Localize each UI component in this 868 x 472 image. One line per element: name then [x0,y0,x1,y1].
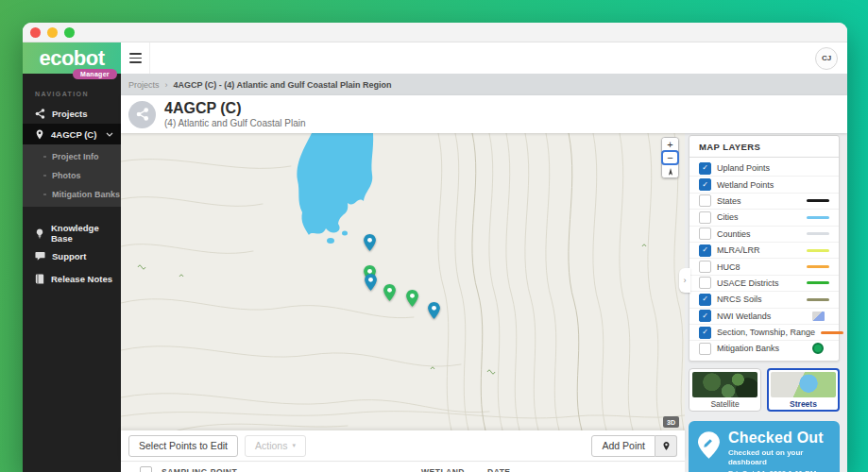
sidebar-item-active-project[interactable]: 4AGCP (C) [23,124,121,144]
map-layers-title: MAP LAYERS [689,136,839,158]
3d-toggle-button[interactable]: 3D [663,416,679,428]
wetland-point-marker[interactable] [364,234,376,255]
sidebar-item-photos[interactable]: Photos [23,166,121,185]
layer-checkbox[interactable] [699,228,711,240]
checked-out-panel: Checked Out Checked out on your dashboar… [689,421,840,472]
sidebar-item-label: 4AGCP (C) [51,129,96,140]
layer-swatch-line [807,281,829,284]
breadcrumb-separator: › [165,80,168,90]
select-all-checkbox[interactable] [140,466,152,472]
sidebar-item-label: Projects [52,109,88,119]
layer-row: Counties [689,226,839,242]
layer-label: States [717,196,801,206]
app-window: ecobot Manager NAVIGATION Projects 4AGCP… [23,23,847,472]
share-nodes-icon [35,109,45,119]
page-subtitle: (4) Atlantic and Gulf Coastal Plain [164,118,306,128]
sidebar-item-release-notes[interactable]: Release Notes [23,267,121,290]
layer-checkbox[interactable] [699,294,711,306]
map-layers-card: MAP LAYERS Upland PointsWetland PointsSt… [689,135,840,362]
zoom-out-button[interactable]: − [662,151,678,164]
layer-swatch-line [807,265,829,268]
user-avatar[interactable]: CJ [815,47,838,70]
layer-checkbox[interactable] [699,162,711,175]
compass-button[interactable] [662,164,678,177]
minimize-button[interactable] [47,27,58,38]
basemap-label: Satellite [692,397,757,409]
page-header: 4AGCP (C) (4) Atlantic and Gulf Coastal … [121,95,847,133]
layer-label: Cities [717,212,801,222]
button-label: Select Points to Edit [139,440,228,451]
panel-collapse-handle[interactable]: › [679,268,690,293]
basemap-label: Streets [771,397,836,409]
points-toolbar: Select Points to Edit Actions ▾ Add Poin… [121,430,685,461]
upland-point-marker[interactable] [406,290,418,311]
select-points-button[interactable]: Select Points to Edit [128,435,238,457]
layer-label: Wetland Points [717,180,824,190]
bullet-icon [43,194,46,195]
checked-out-pin-icon [698,430,720,461]
layer-row: MLRA/LRR [689,242,839,258]
layer-checkbox[interactable] [699,310,711,322]
basemap-streets[interactable]: Streets [767,368,840,412]
logo-text: ecobot [39,48,104,69]
menu-button[interactable] [121,42,150,74]
actions-dropdown-button[interactable]: Actions ▾ [245,435,306,457]
breadcrumb-projects-link[interactable]: Projects [128,80,160,90]
layer-row: USACE Districts [689,275,839,291]
book-icon [35,274,44,284]
column-header: DATE [487,467,511,472]
lightbulb-icon [35,228,44,239]
project-avatar [128,101,156,128]
share-nodes-icon [136,108,149,121]
map-canvas[interactable]: + − 3D [121,133,685,430]
project-submenu: Project Info Photos Mitigation Banks [23,144,121,207]
topbar: CJ [121,42,847,74]
layer-label: USACE Districts [717,278,801,288]
upland-point-marker[interactable] [383,284,396,305]
column-header: SAMPLING POINT [162,467,237,472]
layer-checkbox[interactable] [699,343,711,355]
sidebar-item-knowledge-base[interactable]: Knowledge Base [23,222,121,244]
nav-section-label: NAVIGATION [35,91,121,97]
layer-checkbox[interactable] [699,194,711,207]
layer-checkbox[interactable] [699,327,711,339]
sidebar-item-label: Project Info [52,152,99,161]
sidebar-item-label: Mitigation Banks [52,190,120,199]
layer-swatch-line [807,232,829,235]
wetland-point-marker[interactable] [428,302,440,323]
layer-checkbox[interactable] [699,178,711,191]
sidebar-item-projects[interactable]: Projects [23,103,121,124]
column-header: WETLAND [421,467,465,472]
satellite-thumbnail [692,372,757,397]
sidebar-item-label: Support [52,251,86,261]
layer-label: MLRA/LRR [717,245,801,255]
sidebar-item-label: Release Notes [51,274,112,284]
basemap-satellite[interactable]: Satellite [689,368,761,412]
streets-thumbnail [771,372,836,397]
layer-row: States [689,193,839,209]
layer-checkbox[interactable] [699,277,711,289]
maximize-button[interactable] [64,27,75,38]
layer-label: HUC8 [717,262,801,272]
sidebar-item-support[interactable]: Support [23,244,121,267]
layer-row: Wetland Points [689,176,839,192]
layer-swatch-dot [812,343,824,354]
layer-label: NWI Wetlands [717,312,807,321]
close-button[interactable] [30,27,41,38]
drop-pin-button[interactable] [655,435,677,457]
add-point-button[interactable]: Add Point [591,435,655,457]
sidebar-item-mitigation-banks[interactable]: Mitigation Banks [23,185,121,204]
wetland-point-marker[interactable] [365,274,377,295]
add-point-group: Add Point [591,435,677,457]
window-titlebar [23,23,847,42]
map-pin-icon [662,441,671,451]
layer-checkbox[interactable] [699,244,711,257]
sidebar-item-project-info[interactable]: Project Info [23,147,121,166]
layer-label: Section, Township, Range [717,328,815,337]
breadcrumb: Projects › 4AGCP (C) - (4) Atlantic and … [121,74,847,95]
layer-checkbox[interactable] [699,211,711,224]
zoom-in-button[interactable]: + [662,138,678,151]
manager-badge: Manager [73,69,117,79]
layer-checkbox[interactable] [699,261,711,273]
layer-label: NRCS Soils [717,295,801,304]
